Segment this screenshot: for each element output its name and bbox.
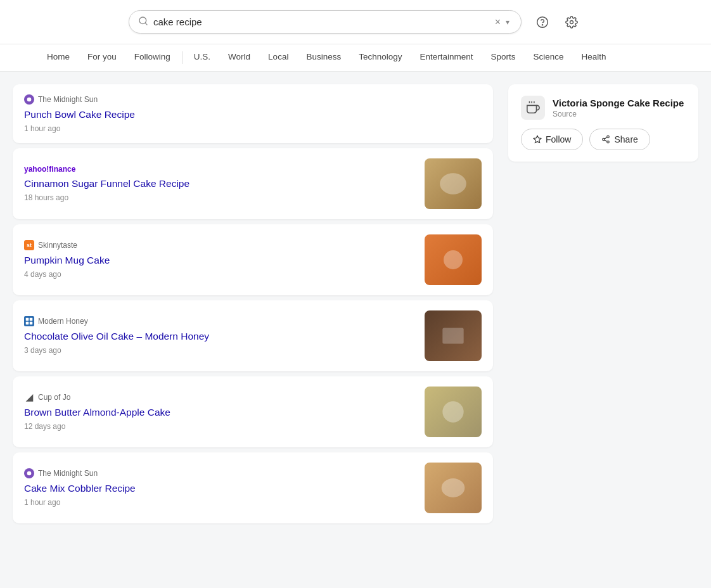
nav-item-local[interactable]: Local <box>259 44 297 71</box>
sidebar-card: Victoria Sponge Cake Recipe Source Follo… <box>508 84 698 162</box>
svg-point-5 <box>27 98 32 102</box>
article-image <box>425 310 482 361</box>
svg-point-13 <box>442 401 463 422</box>
svg-rect-11 <box>30 322 33 325</box>
svg-point-7 <box>444 250 463 269</box>
article-source: st Skinnytaste <box>24 240 414 250</box>
settings-button[interactable] <box>561 11 582 33</box>
nav-item-home[interactable]: Home <box>38 44 79 71</box>
article-time: 1 hour ago <box>24 498 414 507</box>
sidebar-source-label: Source <box>553 110 684 118</box>
source-favicon: ◢ <box>24 392 34 402</box>
article-source: The Midnight Sun <box>24 94 482 105</box>
nav-item-technology[interactable]: Technology <box>350 44 411 71</box>
sidebar-favicon <box>521 96 545 120</box>
source-name: Modern Honey <box>38 317 88 326</box>
article-content: yahoo!finance Cinnamon Sugar Funnel Cake… <box>24 165 414 202</box>
svg-line-23 <box>605 140 607 141</box>
follow-label: Follow <box>546 134 571 144</box>
search-bar-container: × ▾ <box>0 0 711 44</box>
header-icons <box>532 11 582 33</box>
article-content: st Skinnytaste Pumpkin Mug Cake 4 days a… <box>24 240 414 279</box>
article-image <box>425 234 482 285</box>
svg-rect-12 <box>442 328 463 343</box>
svg-point-20 <box>607 136 610 138</box>
share-button[interactable]: Share <box>589 129 650 150</box>
svg-point-4 <box>570 20 573 23</box>
help-button[interactable] <box>532 11 553 33</box>
list-item: ◢ Cup of Jo Brown Butter Almond-Apple Ca… <box>13 376 493 447</box>
article-time: 3 days ago <box>24 346 414 355</box>
nav-item-for-you[interactable]: For you <box>79 44 125 71</box>
article-title[interactable]: Chocolate Olive Oil Cake – Modern Honey <box>24 330 414 343</box>
sidebar-source-row: Victoria Sponge Cake Recipe Source <box>521 96 686 120</box>
article-title[interactable]: Cinnamon Sugar Funnel Cake Recipe <box>24 177 414 191</box>
article-content: Modern Honey Chocolate Olive Oil Cake – … <box>24 316 414 355</box>
article-title[interactable]: Pumpkin Mug Cake <box>24 254 414 267</box>
nav-item-sports[interactable]: Sports <box>482 44 525 71</box>
nav-item-following[interactable]: Following <box>125 44 179 71</box>
sidebar-source-title: Victoria Sponge Cake Recipe <box>553 97 684 110</box>
article-title[interactable]: Cake Mix Cobbler Recipe <box>24 482 414 495</box>
svg-point-2 <box>537 16 548 27</box>
nav-item-entertainment[interactable]: Entertainment <box>411 44 482 71</box>
article-content: The Midnight Sun Punch Bowl Cake Recipe … <box>24 94 482 133</box>
source-favicon: st <box>24 240 34 250</box>
svg-rect-9 <box>30 318 33 321</box>
nav-bar: Home For you Following U.S. World Local … <box>0 44 711 72</box>
nav-item-health[interactable]: Health <box>573 44 615 71</box>
nav-item-world[interactable]: World <box>219 44 259 71</box>
article-image <box>425 463 482 513</box>
article-time: 18 hours ago <box>24 193 414 202</box>
search-input[interactable] <box>153 16 492 27</box>
sidebar-actions: Follow Share <box>521 129 686 150</box>
source-name: The Midnight Sun <box>38 469 98 478</box>
list-item: The Midnight Sun Punch Bowl Cake Recipe … <box>13 84 493 143</box>
svg-line-1 <box>145 23 147 25</box>
list-item: st Skinnytaste Pumpkin Mug Cake 4 days a… <box>13 224 493 295</box>
article-source: ◢ Cup of Jo <box>24 392 414 402</box>
source-name: Skinnytaste <box>38 241 77 250</box>
list-item: Modern Honey Chocolate Olive Oil Cake – … <box>13 300 493 371</box>
svg-line-24 <box>605 137 607 139</box>
nav-item-business[interactable]: Business <box>297 44 350 71</box>
search-dropdown-button[interactable]: ▾ <box>503 18 512 27</box>
main-layout: The Midnight Sun Punch Bowl Cake Recipe … <box>0 72 711 536</box>
list-item: The Midnight Sun Cake Mix Cobbler Recipe… <box>13 452 493 523</box>
source-favicon <box>24 468 34 478</box>
svg-rect-8 <box>26 318 29 321</box>
svg-point-14 <box>27 471 32 476</box>
search-bar: × ▾ <box>129 10 522 34</box>
article-image <box>425 387 482 437</box>
svg-point-22 <box>607 141 610 143</box>
source-name: The Midnight Sun <box>38 95 98 104</box>
article-time: 12 days ago <box>24 422 414 431</box>
list-item: yahoo!finance Cinnamon Sugar Funnel Cake… <box>13 148 493 219</box>
nav-item-us[interactable]: U.S. <box>185 44 219 71</box>
article-title[interactable]: Brown Butter Almond-Apple Cake <box>24 406 414 419</box>
source-favicon <box>24 316 34 326</box>
article-content: ◢ Cup of Jo Brown Butter Almond-Apple Ca… <box>24 392 414 431</box>
source-favicon <box>24 94 34 105</box>
article-image <box>425 158 482 209</box>
sidebar-source-info: Victoria Sponge Cake Recipe Source <box>553 97 684 118</box>
svg-point-15 <box>442 478 465 497</box>
article-content: The Midnight Sun Cake Mix Cobbler Recipe… <box>24 468 414 507</box>
search-clear-button[interactable]: × <box>492 16 503 28</box>
follow-button[interactable]: Follow <box>521 129 583 150</box>
nav-item-science[interactable]: Science <box>525 44 573 71</box>
feed-column: The Midnight Sun Punch Bowl Cake Recipe … <box>13 84 493 523</box>
source-name-yahoo: yahoo!finance <box>24 165 75 174</box>
article-source: yahoo!finance <box>24 165 414 174</box>
share-label: Share <box>614 134 637 144</box>
search-icon <box>138 16 148 28</box>
sidebar-column: Victoria Sponge Cake Recipe Source Follo… <box>508 84 698 162</box>
svg-point-21 <box>603 138 605 141</box>
svg-marker-19 <box>534 136 541 143</box>
nav-divider <box>182 51 183 64</box>
source-name: Cup of Jo <box>38 393 70 402</box>
article-title[interactable]: Punch Bowl Cake Recipe <box>24 108 482 122</box>
svg-rect-10 <box>26 322 29 325</box>
article-time: 4 days ago <box>24 270 414 279</box>
article-time: 1 hour ago <box>24 124 482 133</box>
